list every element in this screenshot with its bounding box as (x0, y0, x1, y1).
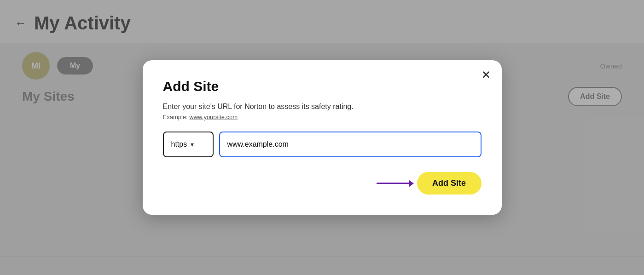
modal-description: Enter your site's URL for Norton to asse… (163, 103, 482, 111)
url-input-row: https ▾ (163, 132, 482, 157)
add-site-modal-button[interactable]: Add Site (417, 172, 482, 195)
protocol-label: https (171, 140, 187, 149)
arrow-icon (377, 183, 413, 184)
url-input[interactable] (219, 132, 482, 157)
chevron-down-icon: ▾ (191, 141, 194, 148)
arrow-decoration (377, 183, 413, 184)
modal-title: Add Site (163, 79, 482, 94)
protocol-select[interactable]: https ▾ (163, 132, 214, 157)
modal-footer: Add Site (163, 172, 482, 195)
modal-close-button[interactable]: ✕ (482, 69, 491, 80)
add-site-modal: ✕ Add Site Enter your site's URL for Nor… (143, 60, 502, 215)
example-label: Example: (163, 114, 188, 120)
modal-example: Example: www.yoursite.com (163, 114, 482, 120)
example-url-link[interactable]: www.yoursite.com (189, 114, 238, 120)
modal-overlay: ✕ Add Site Enter your site's URL for Nor… (0, 0, 644, 275)
